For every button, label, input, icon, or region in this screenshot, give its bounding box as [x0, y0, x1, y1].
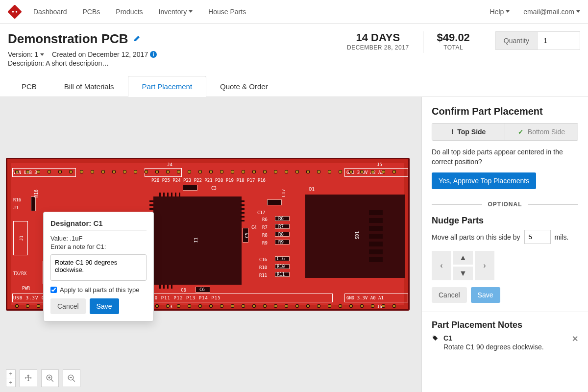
silk-label: R9	[262, 241, 268, 245]
nav-help[interactable]: Help	[490, 8, 510, 16]
silk-label: C16	[259, 257, 267, 262]
panel-title: Confirm Part Placement	[432, 106, 578, 117]
description: Description: A short description…	[8, 59, 333, 67]
chevron-down-icon	[506, 10, 510, 13]
silk-label: C5	[245, 233, 249, 238]
lead-time-metric: 14 DAYS DECEMBER 28, 2017	[333, 31, 423, 51]
note-item: C1 Rotate C1 90 degrees clockwise. ✕	[432, 334, 578, 351]
silk-label: C16	[277, 256, 285, 261]
tabs: PCB Bill of Materials Part Placement Quo…	[0, 76, 588, 97]
svg-line-4	[51, 379, 53, 382]
popup-title: Designator: C1	[50, 219, 147, 227]
silk-label: C3	[211, 186, 217, 191]
popup-save-button[interactable]: Save	[90, 298, 119, 314]
pan-tool[interactable]	[20, 369, 37, 387]
version-selector[interactable]: Version: 1	[8, 50, 44, 58]
created-date: Created on December 12, 2017	[52, 50, 148, 58]
nudge-down-button[interactable]: ▼	[453, 267, 473, 280]
silk-label: R6	[262, 217, 268, 222]
svg-line-8	[73, 379, 75, 382]
warning-icon: !	[451, 128, 454, 136]
silk-label: SD1	[355, 231, 360, 239]
nudge-input[interactable]	[524, 230, 551, 244]
svg-rect-0	[8, 5, 22, 19]
silk-label: I1	[194, 238, 198, 243]
note-name: C1	[443, 334, 567, 342]
silk-label: R16	[13, 197, 21, 202]
silk-label: R16	[34, 190, 39, 197]
zoom-out-tool[interactable]	[63, 369, 80, 387]
quantity-label: Quantity	[495, 31, 537, 50]
nudge-post-label: mils.	[555, 233, 569, 241]
silk-label: R10	[277, 264, 285, 269]
tab-part-placement[interactable]: Part Placement	[128, 76, 207, 97]
svg-point-2	[16, 11, 18, 13]
silk-label: R10	[259, 265, 267, 270]
silk-label: J1	[13, 205, 19, 210]
note-delete-button[interactable]: ✕	[572, 334, 578, 343]
total-metric: $49.02 TOTAL	[423, 31, 484, 51]
nav-inventory[interactable]: Inventory	[159, 8, 193, 16]
quantity-input[interactable]	[537, 31, 580, 50]
silk-label: C6	[199, 287, 205, 292]
silk-label: P26 P25 P24 P23 P22 P21 P20 P19 P18 P17 …	[151, 178, 266, 183]
nav-house-parts[interactable]: House Parts	[208, 8, 246, 16]
tab-quote-order[interactable]: Quote & Order	[206, 76, 282, 97]
silk-label: R8	[278, 232, 284, 237]
nudge-up-button[interactable]: ▲	[453, 251, 473, 265]
chevron-down-icon	[189, 10, 193, 13]
designator-popup: Designator: C1 Value: .1uF Enter a note …	[43, 212, 154, 321]
layer-up-button[interactable]: +	[6, 369, 16, 378]
silk-label: J1	[19, 236, 24, 241]
silk-label: R9	[278, 240, 284, 245]
tag-icon	[432, 335, 439, 343]
nudge-left-button[interactable]: ‹	[432, 251, 451, 280]
nudge-right-button[interactable]: ›	[475, 251, 494, 280]
silk-label: C17	[257, 210, 265, 215]
svg-point-1	[12, 11, 14, 13]
silk-label: R6	[278, 216, 284, 221]
note-text: Rotate C1 90 degrees clockwise.	[443, 343, 567, 351]
logo[interactable]	[8, 5, 22, 19]
nav-dashboard[interactable]: Dashboard	[33, 8, 67, 16]
nav-account[interactable]: email@mail.com	[523, 8, 580, 16]
popup-prompt: Enter a note for C1:	[50, 243, 147, 250]
seg-bottom-side[interactable]: ✓Bottom Side	[505, 123, 578, 140]
nav-products[interactable]: Products	[116, 8, 143, 16]
tab-pcb[interactable]: PCB	[8, 76, 50, 97]
nudge-title: Nudge Parts	[432, 216, 578, 226]
popup-value: Value: .1uF	[50, 235, 147, 242]
top-nav: Dashboard PCBs Products Inventory House …	[0, 0, 588, 24]
silk-label: C17	[281, 189, 286, 197]
nudge-pre-label: Move all parts on this side by	[432, 233, 520, 241]
silk-label: R8	[262, 233, 268, 238]
approve-top-button[interactable]: Yes, Approve Top Placements	[432, 172, 536, 189]
nudge-cancel-button[interactable]: Cancel	[432, 287, 467, 303]
side-panel: Confirm Part Placement !Top Side ✓Bottom…	[421, 97, 588, 392]
nav-pcbs[interactable]: PCBs	[83, 8, 100, 16]
silk-label: TX/RX	[13, 271, 26, 276]
edit-icon[interactable]	[133, 34, 141, 44]
silk-label: GND 3.3V A0 A1	[346, 295, 384, 300]
note-textarea[interactable]	[50, 254, 147, 281]
board-viewer[interactable]: /*generated below via duplicated markup*…	[0, 97, 421, 392]
silk-label: PWR	[22, 286, 30, 291]
silk-label: J5	[377, 162, 382, 167]
info-icon[interactable]: i	[150, 51, 157, 58]
nudge-dpad: ‹ ▲ ▼ ›	[432, 251, 494, 280]
silk-label: R7	[262, 225, 268, 230]
silk-label: R11	[277, 272, 285, 277]
layer-down-button[interactable]: +	[6, 378, 16, 387]
seg-top-side[interactable]: !Top Side	[432, 123, 505, 140]
optional-label: OPTIONAL	[488, 201, 522, 208]
silk-label: R11	[259, 273, 267, 278]
silk-label: C6	[181, 288, 186, 293]
zoom-in-tool[interactable]	[41, 369, 59, 387]
apply-all-checkbox[interactable]	[50, 287, 57, 293]
chevron-down-icon	[576, 10, 580, 13]
popup-cancel-button[interactable]: Cancel	[50, 298, 86, 314]
check-icon: ✓	[518, 128, 524, 136]
apply-all-label: Apply to all parts of this type	[60, 286, 140, 294]
tab-bom[interactable]: Bill of Materials	[50, 76, 128, 97]
nudge-save-button[interactable]: Save	[471, 287, 500, 303]
